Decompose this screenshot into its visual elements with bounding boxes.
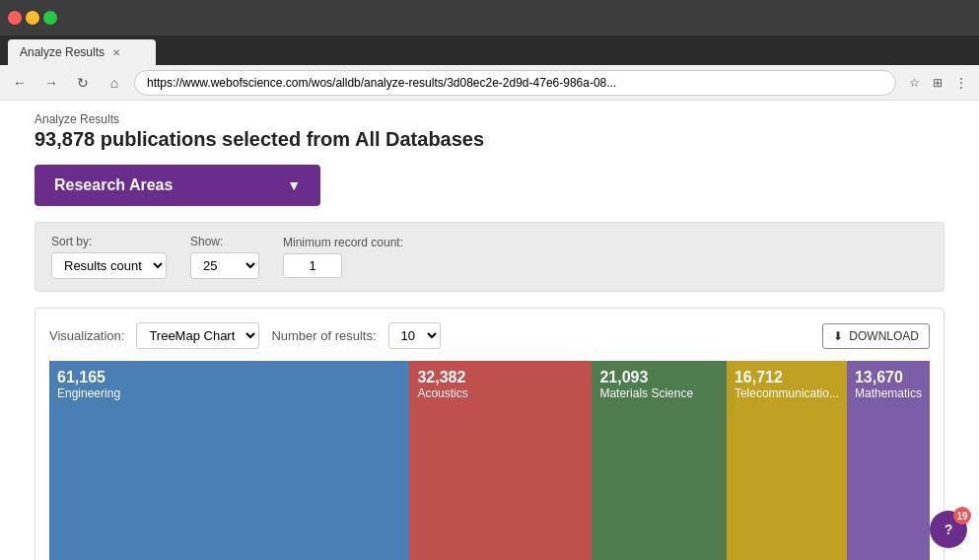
bookmark-icon[interactable]: ☆: [904, 73, 924, 93]
download-label: DOWNLOAD: [849, 329, 919, 343]
telecom-label: Telecommunicatio...: [734, 386, 839, 400]
min-record-input[interactable]: [283, 253, 342, 278]
tab-close-icon[interactable]: ✕: [112, 47, 120, 58]
sort-by-label: Sort by:: [51, 235, 167, 248]
menu-icon[interactable]: ⋮: [951, 73, 971, 93]
min-record-label: Minimum record count:: [283, 236, 403, 249]
treemap-item-math[interactable]: 13,670 Mathematics: [847, 361, 930, 560]
telecom-column: 16,712 Telecommunicatio...: [727, 361, 847, 560]
sort-by-select[interactable]: Results count: [51, 252, 167, 279]
materials-label: Materials Science: [599, 386, 719, 400]
help-icon: ?: [944, 522, 953, 537]
num-results-select[interactable]: 10: [388, 322, 441, 349]
treemap-item-engineering[interactable]: 61,165 Engineering: [49, 361, 409, 560]
publication-count: 93,878 publications selected from All Da…: [35, 128, 944, 151]
min-record-group: Minimum record count:: [283, 236, 403, 278]
back-button[interactable]: ←: [8, 71, 32, 95]
telecom-count: 16,712: [734, 369, 839, 386]
tab-title: Analyze Results: [20, 45, 105, 59]
materials-count: 21,093: [599, 369, 719, 386]
treemap-container: 61,165 Engineering 32,382 Acoustics 28,6…: [49, 361, 930, 560]
acoustics-label: Acoustics: [417, 386, 584, 400]
help-count: 19: [953, 507, 971, 525]
address-bar: ← → ↻ ⌂ ☆ ⊞ ⋮: [0, 65, 979, 101]
home-button[interactable]: ⌂: [103, 71, 126, 95]
visualization-select[interactable]: TreeMap Chart: [136, 322, 259, 349]
chart-toolbar: Visualization: TreeMap Chart Number of r…: [49, 322, 930, 349]
forward-button[interactable]: →: [39, 71, 63, 95]
extensions-icon[interactable]: ⊞: [928, 73, 947, 93]
controls-bar: Sort by: Results count Show: 25 Minimum …: [35, 222, 944, 292]
maximize-button[interactable]: [43, 11, 57, 25]
show-select[interactable]: 25: [190, 252, 259, 279]
browser-bar: [0, 0, 979, 35]
browser-tab[interactable]: Analyze Results ✕: [8, 39, 156, 65]
show-group: Show: 25: [190, 235, 259, 279]
engineering-label: Engineering: [57, 386, 401, 400]
math-count: 13,670: [855, 369, 922, 386]
window-controls: [8, 11, 57, 25]
treemap-item-materials[interactable]: 21,093 Materials Science: [592, 361, 727, 560]
viz-label: Visualization:: [49, 328, 124, 343]
show-label: Show:: [190, 235, 259, 248]
research-areas-label: Research Areas: [54, 176, 173, 194]
num-results-label: Number of results:: [271, 328, 376, 343]
page-content: Analyze Results 93,878 publications sele…: [0, 101, 979, 560]
browser-icons: ☆ ⊞ ⋮: [904, 73, 971, 93]
math-column: 13,670 Mathematics: [847, 361, 930, 560]
chevron-down-icon: ▼: [287, 177, 301, 193]
minimize-button[interactable]: [26, 11, 39, 25]
engineering-count: 61,165: [57, 369, 401, 386]
tab-bar: Analyze Results ✕: [0, 35, 979, 65]
acoustics-column: 32,382 Acoustics 28,660: [409, 361, 592, 560]
download-icon: ⬇: [833, 329, 843, 343]
chart-panel: Visualization: TreeMap Chart Number of r…: [35, 308, 944, 560]
analyze-label: Analyze Results: [35, 112, 944, 126]
reload-button[interactable]: ↻: [71, 71, 95, 95]
math-label: Mathematics: [855, 386, 922, 400]
help-badge[interactable]: 19 ?: [930, 511, 967, 548]
treemap-item-telecom[interactable]: 16,712 Telecommunicatio...: [727, 361, 847, 560]
close-button[interactable]: [8, 11, 22, 25]
treemap-item-acoustics[interactable]: 32,382 Acoustics: [409, 361, 592, 560]
research-areas-button[interactable]: Research Areas ▼: [35, 165, 320, 206]
url-input[interactable]: [134, 70, 896, 96]
acoustics-count: 32,382: [417, 369, 584, 386]
download-button[interactable]: ⬇ DOWNLOAD: [822, 323, 930, 349]
sort-by-group: Sort by: Results count: [51, 235, 167, 279]
